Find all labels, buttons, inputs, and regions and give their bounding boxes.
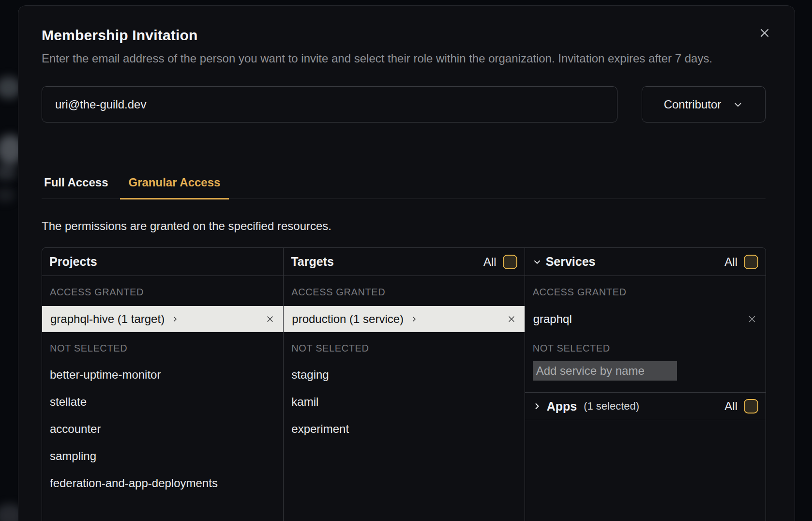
target-item[interactable]: kamil <box>284 388 524 415</box>
apps-all-checkbox[interactable] <box>744 399 758 414</box>
services-all-label: All <box>724 255 737 269</box>
chevron-right-icon <box>171 315 179 323</box>
targets-all-wrap: All <box>483 255 517 269</box>
project-item[interactable]: stellate <box>42 388 283 415</box>
targets-not-selected-label: NOT SELECTED <box>284 342 524 354</box>
services-header[interactable]: Services All <box>525 248 766 276</box>
dialog-description: Enter the email address of the person yo… <box>42 49 766 68</box>
project-selected-row[interactable]: graphql-hive (1 target) <box>42 306 283 332</box>
targets-all-checkbox[interactable] <box>503 255 517 269</box>
role-select-value: Contributor <box>664 98 722 111</box>
membership-invitation-dialog: Membership Invitation Enter the email ad… <box>18 5 795 521</box>
services-not-selected-label: NOT SELECTED <box>525 342 766 354</box>
chevron-right-icon <box>410 315 418 323</box>
targets-all-label: All <box>483 255 496 269</box>
service-selected-name: graphql <box>533 312 572 326</box>
close-icon <box>507 314 516 324</box>
resource-picker-panel: Projects ACCESS GRANTED graphql-hive (1 … <box>42 247 766 521</box>
services-title-text: Services <box>546 255 596 269</box>
project-item[interactable]: better-uptime-monitor <box>42 361 283 388</box>
projects-not-selected-list: better-uptime-monitor stellate accounter… <box>42 361 283 497</box>
page-title: Membership Invitation <box>42 27 766 44</box>
target-item[interactable]: staging <box>284 361 524 388</box>
target-remove-button[interactable] <box>507 314 516 324</box>
tab-full-access[interactable]: Full Access <box>42 173 120 199</box>
apps-all-label: All <box>724 399 737 413</box>
project-item[interactable]: sampling <box>42 443 283 470</box>
target-selected-name: production (1 service) <box>292 312 404 326</box>
close-icon <box>758 27 771 39</box>
targets-header: Targets All <box>284 248 524 276</box>
project-item[interactable]: accounter <box>42 415 283 443</box>
close-icon <box>747 314 757 324</box>
services-access-granted-label: ACCESS GRANTED <box>525 286 766 298</box>
apps-selected-count: (1 selected) <box>584 400 639 413</box>
targets-column: Targets All ACCESS GRANTED production (1… <box>283 248 524 521</box>
target-item[interactable]: experiment <box>284 415 524 443</box>
service-selected-row: graphql <box>525 306 766 332</box>
services-all-wrap: All <box>724 255 758 269</box>
email-input[interactable] <box>42 86 617 123</box>
targets-not-selected-list: staging kamil experiment <box>284 361 524 443</box>
permissions-note: The permissions are granted on the speci… <box>42 219 766 233</box>
close-button[interactable] <box>757 25 772 41</box>
services-header-title: Services <box>532 255 596 269</box>
chevron-right-icon <box>532 401 542 411</box>
access-tabs: Full Access Granular Access <box>42 173 766 199</box>
projects-header-title: Projects <box>49 255 97 269</box>
tab-granular-access[interactable]: Granular Access <box>120 173 229 199</box>
apps-all-wrap: All <box>724 399 758 414</box>
role-select[interactable]: Contributor <box>642 86 766 123</box>
backdrop-artifact <box>0 164 16 180</box>
projects-not-selected-label: NOT SELECTED <box>42 342 283 354</box>
project-remove-button[interactable] <box>265 314 275 324</box>
services-all-checkbox[interactable] <box>744 255 758 269</box>
invite-form-row: Contributor <box>42 86 766 123</box>
backdrop-artifact <box>0 188 15 202</box>
projects-access-granted-label: ACCESS GRANTED <box>42 286 283 298</box>
target-selected-row[interactable]: production (1 service) <box>284 306 524 332</box>
apps-row-left: Apps (1 selected) <box>532 399 639 414</box>
close-icon <box>265 314 275 324</box>
service-remove-button[interactable] <box>747 314 757 324</box>
apps-title: Apps <box>547 399 577 414</box>
apps-row[interactable]: Apps (1 selected) All <box>525 392 766 420</box>
services-column: Services All ACCESS GRANTED graphql NOT … <box>525 248 766 521</box>
add-service-input[interactable] <box>533 361 677 381</box>
chevron-down-icon <box>532 257 542 267</box>
project-item[interactable]: federation-and-app-deployments <box>42 470 283 497</box>
targets-access-granted-label: ACCESS GRANTED <box>284 286 524 298</box>
project-selected-name: graphql-hive (1 target) <box>50 312 165 326</box>
chevron-down-icon <box>733 99 743 110</box>
projects-header: Projects <box>42 248 283 276</box>
targets-header-title: Targets <box>291 255 333 269</box>
projects-column: Projects ACCESS GRANTED graphql-hive (1 … <box>42 248 283 521</box>
